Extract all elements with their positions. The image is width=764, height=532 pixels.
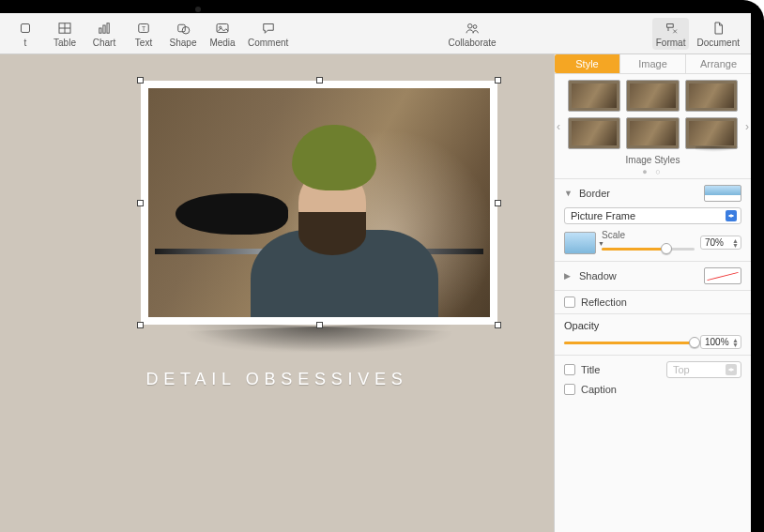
resize-handle-ml[interactable] (137, 200, 144, 206)
pager-dots[interactable]: ● ○ (568, 167, 738, 176)
scale-slider[interactable] (602, 242, 695, 255)
svg-point-13 (468, 23, 473, 28)
headline-text[interactable]: DETAIL OBSESSIVES (0, 370, 554, 389)
border-type-value: Picture Frame (571, 210, 635, 221)
image-style-thumb[interactable] (685, 80, 738, 112)
image-style-thumb[interactable] (626, 80, 679, 112)
svg-text:T: T (142, 25, 145, 32)
image-styles-grid (568, 80, 738, 149)
image-content (148, 88, 490, 317)
opacity-slider[interactable] (564, 336, 695, 349)
toolbar-label: Document (696, 38, 740, 48)
shadow-label: Shadow (579, 270, 698, 281)
opacity-value-field[interactable]: 100% ▲▼ (700, 335, 741, 349)
border-style-swatch[interactable] (704, 185, 741, 202)
svg-rect-9 (178, 24, 186, 32)
svg-point-14 (473, 24, 477, 28)
resize-handle-tr[interactable] (495, 77, 501, 84)
resize-handle-bm[interactable] (316, 322, 323, 328)
toolbar: t Table Chart T Text Shape Media Comment (0, 13, 751, 54)
toolbar-label: Shape (170, 38, 197, 48)
svg-point-10 (182, 26, 190, 34)
toolbar-label: Text (135, 38, 152, 48)
toolbar-label: Collaborate (448, 38, 496, 48)
svg-rect-0 (22, 23, 30, 32)
resize-handle-br[interactable] (495, 322, 501, 328)
image-style-thumb[interactable] (568, 80, 620, 112)
tab-style[interactable]: Style (555, 54, 619, 73)
svg-rect-6 (107, 23, 109, 33)
tab-image[interactable]: Image (619, 54, 686, 73)
resize-handle-bl[interactable] (137, 322, 144, 328)
scale-value: 70% (705, 237, 724, 248)
toolbar-item-text[interactable]: T Text (126, 18, 161, 50)
format-inspector: Style Image Arrange ‹ › Image Styles ● ○ (554, 54, 751, 532)
scale-value-field[interactable]: 70% ▲▼ (700, 236, 741, 250)
opacity-label: Opacity (564, 320, 741, 331)
border-label: Border (579, 188, 698, 199)
selected-image-frame[interactable] (141, 81, 497, 325)
toolbar-label: Comment (248, 38, 288, 48)
toolbar-item-media[interactable]: Media (205, 18, 240, 50)
popup-caret-icon (726, 210, 737, 221)
title-position-value: Top (673, 364, 690, 375)
stepper-icon[interactable]: ▲▼ (732, 238, 739, 248)
scale-label: Scale (602, 230, 695, 240)
popup-caret-icon (726, 364, 737, 375)
chevron-down-icon[interactable]: ▼ (564, 189, 573, 198)
toolbar-item-document[interactable]: Document (693, 18, 743, 50)
resize-handle-tl[interactable] (137, 77, 144, 84)
resize-handle-mr[interactable] (495, 200, 501, 206)
image-style-thumb[interactable] (685, 117, 738, 149)
document-canvas[interactable]: DETAIL OBSESSIVES (0, 54, 554, 532)
styles-next-icon[interactable]: › (745, 120, 749, 133)
caption-checkbox[interactable] (564, 384, 575, 395)
svg-rect-5 (103, 25, 105, 33)
toolbar-item-shape[interactable]: Shape (165, 18, 201, 50)
title-checkbox[interactable] (564, 364, 575, 375)
resize-handle-tm[interactable] (316, 77, 323, 84)
border-type-popup[interactable]: Picture Frame (564, 207, 741, 224)
reflection-checkbox[interactable] (564, 296, 575, 308)
image-style-thumb[interactable] (568, 117, 620, 149)
toolbar-item-cropped[interactable]: t (8, 18, 43, 50)
toolbar-item-format[interactable]: Format (652, 18, 690, 50)
tab-arrange[interactable]: Arrange (686, 54, 751, 73)
toolbar-label: t (24, 38, 27, 48)
toolbar-item-collaborate[interactable]: Collaborate (444, 18, 499, 50)
toolbar-item-chart[interactable]: Chart (86, 18, 122, 50)
toolbar-label: Media (209, 38, 235, 48)
image-style-thumb[interactable] (626, 117, 679, 149)
toolbar-item-comment[interactable]: Comment (244, 18, 292, 50)
image-styles-title: Image Styles (568, 155, 738, 165)
svg-rect-4 (99, 28, 101, 33)
stepper-icon[interactable]: ▲▼ (732, 338, 739, 347)
reflection-label: Reflection (581, 296, 741, 308)
title-label: Title (581, 364, 661, 375)
title-position-popup[interactable]: Top (666, 361, 741, 378)
chevron-right-icon[interactable]: ▶ (564, 271, 573, 281)
inspector-tabs: Style Image Arrange (555, 54, 751, 74)
caption-label: Caption (581, 384, 741, 395)
shadow-swatch-none[interactable] (704, 267, 741, 284)
toolbar-item-table[interactable]: Table (47, 18, 83, 50)
toolbar-label: Table (53, 38, 76, 48)
opacity-value: 100% (705, 337, 729, 347)
toolbar-label: Format (656, 38, 686, 48)
frame-thumbnail-popup[interactable] (564, 232, 596, 254)
toolbar-label: Chart (93, 38, 115, 48)
styles-prev-icon[interactable]: ‹ (557, 120, 560, 133)
